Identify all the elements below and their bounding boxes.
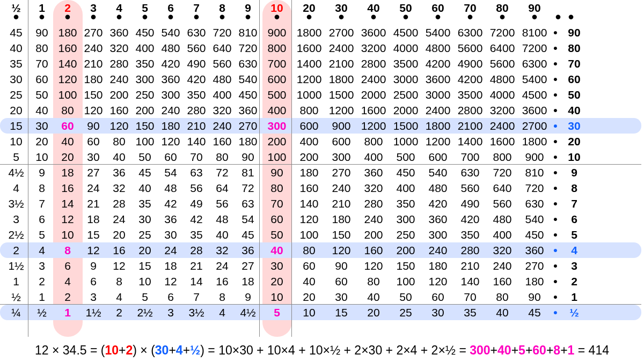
table-cell: 200 [132,102,158,118]
table-cell: 3½ [3,196,29,211]
table-cell: 48 [158,180,184,196]
table-cell: 56 [184,180,209,196]
table-cell: 14 [55,196,80,211]
table-cell: 4 [29,242,55,258]
table-cell: 70 [29,56,55,71]
table-cell: 270 [518,258,551,274]
table-cell: 4200 [422,56,454,71]
table-cell: 4000 [390,40,422,56]
table-cell: 70 [454,289,486,305]
table-cell: 80 [29,40,55,56]
row-dot: • [551,71,560,87]
table-cell: 140 [454,274,486,289]
table-cell: 360 [518,242,551,258]
table-cell: 16 [209,274,235,289]
table-cell: 630 [184,25,209,40]
table-cell: 35 [184,227,209,242]
table-cell: 1800 [293,25,325,40]
table-cell: 800 [293,102,325,118]
table-cell: 1200 [422,134,454,149]
table-cell: 720 [209,25,235,40]
table-cell: 20 [132,242,158,258]
table-cell: 180 [518,274,551,289]
table-cell: 4800 [486,71,518,87]
table-cell: 1800 [325,71,357,87]
table-cell: 3000 [390,71,422,87]
table-cell: 8 [29,180,55,196]
table-cell: 16 [106,242,132,258]
table-cell: 280 [106,56,132,71]
table-cell: 12 [158,274,184,289]
table-cell: 7 [29,196,55,211]
table-cell: 120 [158,134,184,149]
row-label: ½ [560,305,588,320]
table-cell: 54 [158,165,184,180]
table-cell: 540 [235,71,261,87]
table-cell: 64 [209,180,235,196]
table-cell: 4 [3,180,29,196]
table-cell: 6400 [486,40,518,56]
table-cell: 360 [235,102,261,118]
table-cell: 140 [55,56,80,71]
table-cell: 70 [261,196,293,211]
table-cell: 490 [454,196,486,211]
table-cell: 7200 [518,40,551,56]
table-cell: 1400 [454,134,486,149]
table-cell: 160 [293,180,325,196]
table-cell: 30 [422,305,454,320]
table-cell: 90 [80,118,106,134]
table-cell: 4200 [454,71,486,87]
table-cell: 30 [132,211,158,227]
table-cell: 6 [158,289,184,305]
table-cell: ½ [3,289,29,305]
table-cell: 49 [184,196,209,211]
table-cell: 400 [390,180,422,196]
table-cell: 25 [132,227,158,242]
table-cell: 160 [106,102,132,118]
table-cell: 490 [184,56,209,71]
table-cell: 320 [209,102,235,118]
table-cell: 90 [261,165,293,180]
table-cell: 2400 [357,71,390,87]
table-cell: 90 [518,289,551,305]
table-cell: 3 [158,305,184,320]
table-cell: 100 [55,87,80,102]
table-cell: 7200 [486,25,518,40]
table-cell: 4500 [390,25,422,40]
table-cell: 280 [454,242,486,258]
table-cell: 1 [55,305,80,320]
table-cell: 210 [80,56,106,71]
table-cell: 3600 [518,102,551,118]
table-cell: 27 [80,165,106,180]
table-cell: 320 [106,40,132,56]
table-cell: 1600 [486,134,518,149]
table-cell: 210 [325,196,357,211]
table-cell: 10 [29,149,55,165]
table-cell: 2 [106,305,132,320]
row-dot: • [551,274,560,289]
table-cell: 200 [106,87,132,102]
table-cell: 2800 [454,102,486,118]
table-cell: 4½ [235,305,261,320]
table-cell: 300 [422,227,454,242]
table-cell: 90 [235,149,261,165]
row-dot: • [551,118,560,134]
table-cell: 270 [235,118,261,134]
table-cell: 280 [184,102,209,118]
table-cell: 600 [325,134,357,149]
table-cell: 35 [132,196,158,211]
table-cell: 3 [3,211,29,227]
table-cell: 80 [106,134,132,149]
table-cell: 36 [106,165,132,180]
table-cell: 300 [261,118,293,134]
table-cell: 4 [106,289,132,305]
table-cell: 42 [158,196,184,211]
table-cell: 240 [80,40,106,56]
table-cell: 250 [390,227,422,242]
table-cell: 200 [390,242,422,258]
table-cell: 900 [518,149,551,165]
table-cell: 45 [518,305,551,320]
table-cell: 60 [293,258,325,274]
table-cell: 540 [422,165,454,180]
row-dot: • [551,211,560,227]
